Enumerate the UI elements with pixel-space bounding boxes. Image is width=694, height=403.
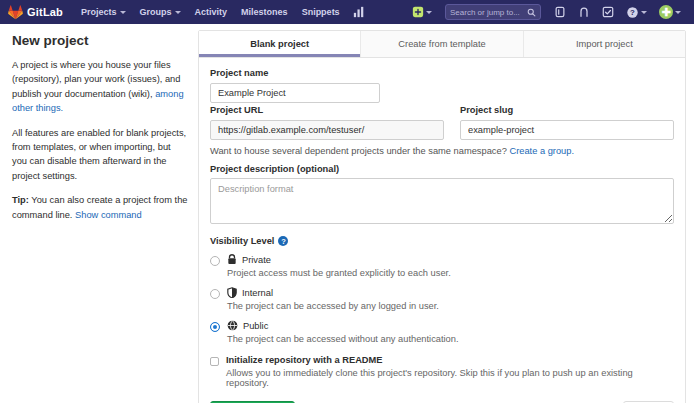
public-radio[interactable] (210, 322, 220, 332)
user-menu-button[interactable]: ✚ (654, 0, 686, 24)
sidebar-tip: Tip: You can also create a project from … (12, 193, 188, 222)
visibility-level-label: Visibility Level ? (210, 236, 674, 246)
gitlab-home-link[interactable]: GitLab (8, 5, 63, 20)
visibility-help-icon[interactable]: ? (278, 236, 288, 246)
visibility-option-public: Public The project can be accessed witho… (210, 320, 674, 344)
project-url-input[interactable] (210, 120, 444, 140)
blank-project-form: Project name Project URL Project slug Wa… (199, 58, 685, 403)
nav-activity[interactable]: Activity (189, 0, 234, 24)
project-url-label: Project URL (210, 105, 444, 115)
nav-groups[interactable]: Groups (134, 0, 187, 24)
readme-checkbox[interactable] (210, 357, 219, 366)
show-command-link[interactable]: Show command (75, 210, 142, 220)
chevron-down-icon (675, 11, 681, 14)
tab-import-project[interactable]: Import project (523, 31, 685, 57)
chevron-down-icon (175, 11, 181, 14)
shield-icon (227, 287, 237, 298)
plus-square-icon (412, 6, 424, 18)
chevron-down-icon (120, 11, 126, 14)
issues-icon[interactable] (549, 0, 571, 24)
nav-milestones[interactable]: Milestones (235, 0, 294, 24)
project-name-input[interactable] (210, 83, 380, 103)
new-project-card: Blank project Create from template Impor… (198, 30, 686, 403)
project-description-label: Project description (optional) (210, 164, 674, 174)
help-menu-button[interactable]: ? (621, 0, 652, 24)
search-input[interactable] (450, 8, 524, 17)
tab-create-from-template[interactable]: Create from template (360, 31, 522, 57)
readme-desc: Allows you to immediately clone this pro… (226, 368, 674, 388)
visibility-option-internal: Internal The project can be accessed by … (210, 287, 674, 311)
charts-icon[interactable] (348, 0, 370, 24)
readme-row: Initialize repository with a README Allo… (210, 355, 674, 388)
project-name-label: Project name (210, 68, 674, 78)
project-type-tabs: Blank project Create from template Impor… (199, 31, 685, 58)
sidebar-paragraph-1: A project is where you house your files … (12, 58, 188, 116)
avatar: ✚ (659, 5, 673, 19)
top-navbar: GitLab Projects Groups Activity Mileston… (0, 0, 694, 24)
svg-text:?: ? (630, 8, 635, 17)
lock-icon (227, 254, 237, 265)
page-content: New project A project is where you house… (0, 24, 694, 403)
create-a-group-link[interactable]: Create a group. (509, 146, 574, 156)
search-icon (527, 8, 536, 17)
todos-icon[interactable] (597, 0, 619, 24)
help-icon: ? (626, 6, 639, 19)
chevron-down-icon (641, 11, 647, 14)
namespace-hint: Want to house several dependent projects… (210, 146, 674, 156)
page-title: New project (12, 33, 188, 48)
nav-projects[interactable]: Projects (75, 0, 132, 24)
visibility-option-desc: The project can be accessed by any logge… (227, 301, 674, 311)
description-sidebar: New project A project is where you house… (12, 30, 188, 403)
nav-snippets[interactable]: Snippets (296, 0, 346, 24)
brand-wordmark: GitLab (27, 6, 63, 18)
visibility-option-desc: The project can be accessed without any … (227, 334, 674, 344)
project-slug-label: Project slug (460, 105, 674, 115)
project-slug-input[interactable] (460, 120, 674, 140)
private-radio[interactable] (210, 256, 220, 266)
visibility-option-name[interactable]: Private (242, 255, 271, 265)
tab-blank-project[interactable]: Blank project (199, 31, 360, 57)
readme-label[interactable]: Initialize repository with a README (226, 355, 674, 365)
visibility-option-name[interactable]: Public (243, 321, 268, 331)
visibility-option-name[interactable]: Internal (242, 288, 273, 298)
search-box (445, 4, 541, 20)
internal-radio[interactable] (210, 289, 220, 299)
chevron-down-icon (426, 11, 432, 14)
visibility-option-private: Private Project access must be granted e… (210, 254, 674, 278)
sidebar-paragraph-2: All features are enabled for blank proje… (12, 126, 188, 184)
gitlab-tanuki-icon (8, 5, 23, 20)
new-menu-button[interactable] (407, 0, 437, 24)
project-description-textarea[interactable] (210, 178, 674, 224)
globe-icon (227, 320, 238, 331)
merge-request-icon[interactable] (573, 0, 595, 24)
url-slug-row: Project URL Project slug (210, 103, 674, 140)
visibility-option-desc: Project access must be granted explicitl… (227, 268, 674, 278)
